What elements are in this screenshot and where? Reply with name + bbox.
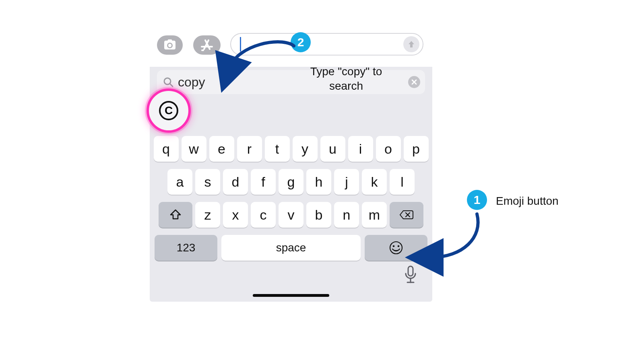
key-h[interactable]: h (306, 169, 331, 195)
svg-point-1 (168, 44, 171, 47)
annotation-highlight-ring: C (147, 88, 191, 133)
key-a[interactable]: a (167, 169, 192, 195)
svg-point-13 (390, 242, 402, 254)
key-shift[interactable] (159, 202, 192, 228)
home-indicator[interactable] (253, 294, 329, 297)
key-x[interactable]: x (223, 202, 248, 228)
keyboard: q w e r t y u i o p a s d f g h j k l (150, 136, 432, 263)
svg-point-15 (398, 245, 400, 247)
keyboard-row-1: q w e r t y u i o p (152, 136, 430, 162)
key-e[interactable]: e (209, 136, 234, 162)
send-button[interactable] (403, 36, 419, 52)
key-backspace[interactable] (390, 202, 423, 228)
keyboard-row-3: z x c v b n m (152, 202, 430, 228)
key-v[interactable]: v (279, 202, 303, 228)
backspace-icon (399, 210, 414, 220)
key-emoji[interactable] (365, 235, 427, 261)
key-g[interactable]: g (279, 169, 303, 195)
emoji-results-row: C (150, 94, 432, 136)
key-z[interactable]: z (195, 202, 220, 228)
key-p[interactable]: p (404, 136, 429, 162)
key-n[interactable]: n (334, 202, 359, 228)
keyboard-row-4: 123 space (155, 235, 427, 261)
emoji-search-value: copy (178, 75, 205, 90)
app-drawer-button[interactable] (193, 35, 221, 55)
key-c[interactable]: c (251, 202, 276, 228)
key-k[interactable]: k (362, 169, 387, 195)
key-q[interactable]: q (154, 136, 179, 162)
key-t[interactable]: t (265, 136, 290, 162)
key-m[interactable]: m (362, 202, 387, 228)
key-d[interactable]: d (223, 169, 248, 195)
svg-line-8 (170, 84, 173, 86)
annotation-step-2-label: Type "copy" to search (302, 64, 390, 94)
svg-point-14 (393, 245, 395, 247)
key-f[interactable]: f (251, 169, 276, 195)
key-i[interactable]: i (348, 136, 373, 162)
annotation-arrow-1 (423, 209, 495, 274)
appstore-icon (200, 38, 214, 52)
key-l[interactable]: l (390, 169, 415, 195)
annotation-arrow-2 (221, 40, 314, 84)
clear-search-button[interactable] (408, 76, 420, 88)
emoji-result-copyright[interactable]: C (159, 101, 178, 120)
arrow-up-icon (407, 40, 416, 49)
keyboard-footer (150, 263, 432, 302)
annotation-step-1-label: Emoji button (496, 194, 559, 208)
key-space[interactable]: space (221, 235, 361, 261)
annotation-step-1-badge: 1 (467, 190, 487, 210)
dictation-button[interactable] (403, 265, 418, 286)
copyright-icon: C (165, 104, 173, 117)
x-icon (411, 79, 417, 85)
key-o[interactable]: o (376, 136, 401, 162)
key-j[interactable]: j (334, 169, 359, 195)
svg-rect-16 (408, 266, 413, 276)
keyboard-row-2: a s d f g h j k l (152, 169, 430, 195)
mic-icon (403, 265, 418, 284)
camera-button[interactable] (157, 35, 183, 55)
shift-icon (169, 209, 182, 221)
emoji-icon (389, 241, 403, 255)
key-w[interactable]: w (182, 136, 206, 162)
key-s[interactable]: s (195, 169, 220, 195)
key-u[interactable]: u (320, 136, 345, 162)
key-numeric[interactable]: 123 (155, 235, 217, 261)
camera-icon (162, 39, 178, 51)
search-icon (163, 76, 174, 88)
key-b[interactable]: b (306, 202, 331, 228)
key-y[interactable]: y (293, 136, 318, 162)
key-r[interactable]: r (237, 136, 262, 162)
